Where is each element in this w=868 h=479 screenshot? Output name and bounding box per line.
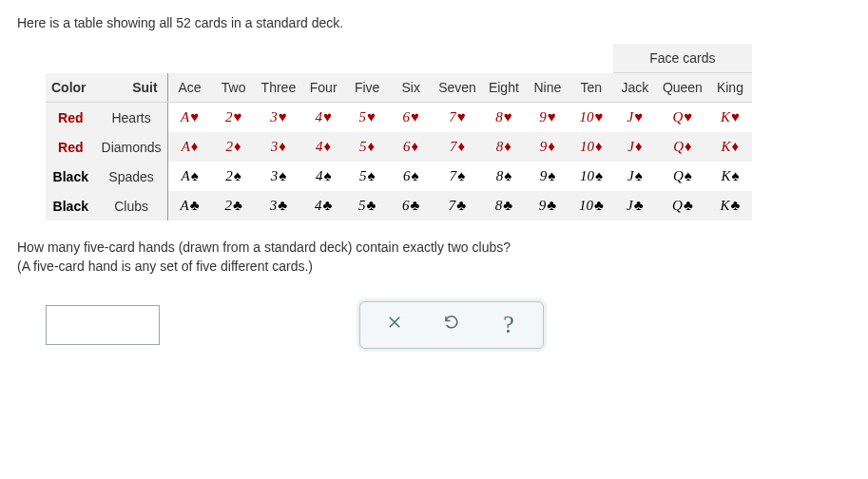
suit-pip-icon: ♠ xyxy=(504,168,511,184)
card-cell: 6♦ xyxy=(389,132,433,162)
card-cell: J♠ xyxy=(613,162,657,191)
suit-pip-icon: ♠ xyxy=(367,168,375,184)
card-rank: 8 xyxy=(496,168,504,183)
suit-pip-icon: ♦ xyxy=(732,139,740,155)
suit-pip-icon: ♠ xyxy=(595,168,603,184)
suit-pip-icon: ♦ xyxy=(412,139,419,155)
suit-pip-icon: ♠ xyxy=(234,168,241,184)
card-cell: A♠ xyxy=(167,162,212,191)
card-rank: 4 xyxy=(315,198,322,213)
card-cell: 4♣ xyxy=(301,191,345,220)
suit-pip-icon: ♣ xyxy=(367,198,376,214)
card-rank: 2 xyxy=(225,168,233,183)
card-rank: 2 xyxy=(225,109,233,125)
col-rank: Seven xyxy=(433,73,482,103)
card-cell: 4♥ xyxy=(301,103,345,133)
suit-pip-icon: ♥ xyxy=(367,109,376,125)
card-rank: 10 xyxy=(580,168,594,183)
card-rank: A xyxy=(181,109,189,125)
suit-pip-icon: ♥ xyxy=(594,109,603,125)
card-cell: Q♣ xyxy=(657,191,708,220)
col-rank: Eight xyxy=(482,73,526,103)
card-rank: 6 xyxy=(403,168,411,183)
card-cell: K♣ xyxy=(708,191,752,220)
suit-pip-icon: ♥ xyxy=(634,109,643,125)
x-icon xyxy=(386,314,403,335)
card-cell: K♦ xyxy=(708,132,752,162)
card-cell: 2♠ xyxy=(212,162,256,191)
card-cell: 6♣ xyxy=(389,191,433,220)
card-cell: 6♠ xyxy=(389,162,433,191)
card-rank: 10 xyxy=(579,198,593,213)
reset-button[interactable] xyxy=(423,308,480,342)
card-rank: 6 xyxy=(402,198,410,213)
col-rank: Four xyxy=(301,73,345,103)
col-rank: Five xyxy=(345,73,389,103)
suit-pip-icon: ♣ xyxy=(456,198,466,214)
card-rank: 9 xyxy=(540,168,548,183)
suit-pip-icon: ♠ xyxy=(548,168,555,184)
suit-pip-icon: ♣ xyxy=(278,198,287,214)
card-rank: 7 xyxy=(449,109,456,125)
action-button-group: ? xyxy=(359,301,544,349)
card-rank: 3 xyxy=(270,109,278,125)
card-rank: J xyxy=(627,168,634,183)
suit-pip-icon: ♥ xyxy=(548,109,556,125)
question-mark-icon: ? xyxy=(503,311,514,339)
card-rank: K xyxy=(721,168,730,183)
suit-pip-icon: ♣ xyxy=(411,198,420,214)
undo-icon xyxy=(443,314,460,335)
card-cell: 8♣ xyxy=(482,191,526,220)
answer-input[interactable] xyxy=(46,305,160,345)
question-line2: (A five-card hand is any set of five dif… xyxy=(17,259,313,274)
card-cell: 7♥ xyxy=(433,103,482,133)
card-rank: J xyxy=(627,198,633,213)
suit-pip-icon: ♣ xyxy=(323,198,333,214)
row-color: Black xyxy=(46,162,96,191)
col-rank: Queen xyxy=(657,73,708,103)
suit-pip-icon: ♠ xyxy=(731,168,739,184)
card-cell: 10♠ xyxy=(569,162,613,191)
table-row: RedHeartsA♥2♥3♥4♥5♥6♥7♥8♥9♥10♥J♥Q♥K♥ xyxy=(46,103,752,133)
card-cell: 3♦ xyxy=(256,132,302,162)
card-cell: 4♦ xyxy=(301,132,345,162)
suit-pip-icon: ♥ xyxy=(411,109,419,125)
clear-button[interactable] xyxy=(366,308,423,342)
suit-pip-icon: ♥ xyxy=(731,109,740,125)
table-row: RedDiamondsA♦2♦3♦4♦5♦6♦7♦8♦9♦10♦J♦Q♦K♦ xyxy=(46,132,752,162)
suit-pip-icon: ♦ xyxy=(548,139,555,155)
row-color: Black xyxy=(46,191,96,220)
card-rank: J xyxy=(627,139,634,154)
card-rank: 8 xyxy=(496,139,504,154)
row-suit: Spades xyxy=(96,162,168,191)
question-text: How many five-card hands (drawn from a s… xyxy=(17,238,851,277)
card-cell: Q♠ xyxy=(657,162,708,191)
card-rank: K xyxy=(721,109,730,125)
suit-pip-icon: ♦ xyxy=(279,139,286,155)
suit-pip-icon: ♠ xyxy=(457,168,465,184)
col-rank: Three xyxy=(256,73,302,103)
card-cell: J♣ xyxy=(613,191,657,220)
suit-pip-icon: ♠ xyxy=(411,168,418,184)
col-rank: King xyxy=(708,73,752,103)
card-rank: 3 xyxy=(270,198,278,213)
suit-pip-icon: ♦ xyxy=(685,139,692,155)
card-cell: 3♣ xyxy=(256,191,302,220)
card-rank: 4 xyxy=(315,109,322,125)
help-button[interactable]: ? xyxy=(480,308,537,342)
suit-pip-icon: ♠ xyxy=(685,168,692,184)
suit-pip-icon: ♣ xyxy=(503,198,512,214)
card-rank: 4 xyxy=(316,168,323,183)
card-rank: 5 xyxy=(358,109,366,125)
suit-pip-icon: ♦ xyxy=(457,139,465,155)
card-rank: 9 xyxy=(539,109,547,125)
suit-pip-icon: ♦ xyxy=(191,139,199,155)
suit-pip-icon: ♠ xyxy=(191,168,199,184)
card-rank: 5 xyxy=(359,139,367,154)
suit-pip-icon: ♦ xyxy=(635,139,643,155)
suit-pip-icon: ♣ xyxy=(233,198,242,214)
card-rank: 7 xyxy=(450,168,457,183)
card-rank: 2 xyxy=(224,198,232,213)
suit-pip-icon: ♠ xyxy=(635,168,643,184)
card-rank: 3 xyxy=(271,168,279,183)
